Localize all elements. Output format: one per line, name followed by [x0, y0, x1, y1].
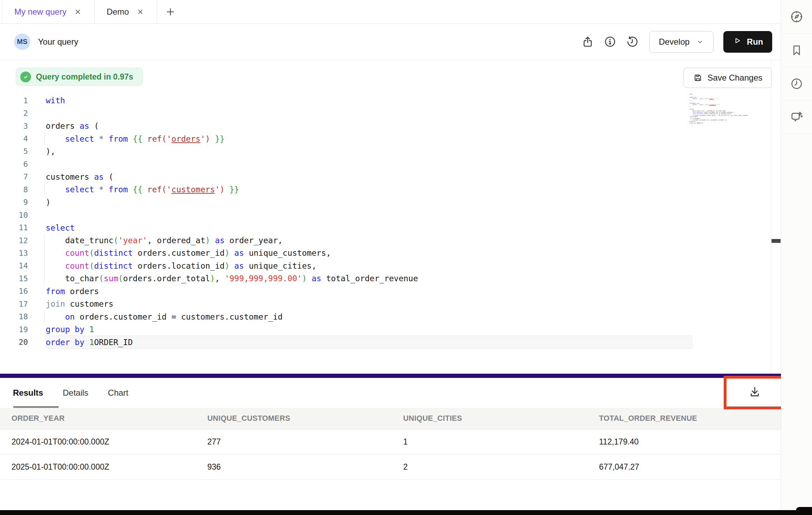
code-line-6[interactable]: 6 — [0, 158, 771, 170]
code-line-text[interactable]: on orders.customer_id = customers.custom… — [46, 310, 693, 323]
save-changes-button[interactable]: Save Changes — [684, 68, 772, 88]
line-number: 13 — [0, 249, 28, 258]
code-line-15[interactable]: 15 to_char(sum(orders.order_total), '999… — [0, 272, 771, 285]
code-line-4[interactable]: 4 select * from {{ ref('orders') }} — [0, 132, 771, 145]
code-line-text[interactable]: count(distinct orders.customer_id) as un… — [46, 247, 693, 259]
column-header-unique-customers: UNIQUE_CUSTOMERS — [196, 414, 392, 423]
code-line-17[interactable]: 17join customers — [0, 298, 771, 310]
ref-link-orders[interactable]: orders — [171, 134, 200, 143]
code-line-20[interactable]: 20order by 1ORDER_ID — [0, 336, 771, 348]
download-icon — [748, 385, 762, 400]
line-number: 3 — [0, 122, 28, 130]
tab-my-new-query[interactable]: My new query — [2, 0, 95, 23]
highlight-annotation — [724, 376, 785, 409]
code-line-11[interactable]: 11select — [0, 221, 771, 234]
code-line-text[interactable]: select * from {{ ref('orders') }} — [46, 132, 693, 145]
code-line-text[interactable]: with — [46, 94, 693, 107]
line-number: 6 — [0, 160, 28, 169]
run-button[interactable]: Run — [723, 31, 772, 53]
avatar: MS — [14, 33, 30, 50]
panel-splitter[interactable] — [0, 374, 781, 378]
code-line-text[interactable]: from orders — [46, 285, 693, 298]
sidebar-item-compass[interactable] — [781, 0, 812, 33]
code-line-10[interactable]: 10 — [0, 209, 771, 221]
line-number: 15 — [0, 274, 28, 283]
code-line-12[interactable]: 12 date_trunc('year', ordered_at) as ord… — [0, 234, 771, 247]
code-line-text[interactable]: customers as ( — [46, 171, 693, 183]
query-header: MS Your query Develop Run — [0, 24, 781, 60]
tab-details[interactable]: Details — [63, 388, 88, 398]
code-line-text[interactable] — [46, 107, 693, 119]
ref-link-customers[interactable]: customers — [171, 185, 215, 194]
code-line-9[interactable]: 9) — [0, 196, 771, 209]
tab-label: My new query — [14, 7, 66, 17]
new-tab-button[interactable] — [157, 0, 184, 23]
code-line-18[interactable]: 18 on orders.customer_id = customers.cus… — [0, 310, 771, 323]
develop-button[interactable]: Develop — [649, 31, 714, 53]
sidebar-item-bookmark[interactable] — [781, 33, 812, 67]
bookmark-icon — [790, 44, 803, 57]
column-header-total-order-revenue: TOTAL_ORDER_REVENUE — [588, 414, 783, 423]
table-cell: 2024-01-01T00:00:00.000Z — [0, 437, 196, 447]
code-line-text[interactable]: select * from {{ ref('customers') }} — [46, 183, 693, 196]
share-icon[interactable] — [581, 35, 594, 48]
code-line-text[interactable] — [46, 158, 693, 170]
table-cell: 677,047.27 — [588, 462, 783, 472]
save-icon — [693, 73, 703, 83]
code-line-text[interactable]: ), — [46, 145, 693, 158]
code-line-2[interactable]: 2 — [0, 107, 771, 119]
code-line-16[interactable]: 16from orders — [0, 285, 771, 298]
download-results-button[interactable] — [726, 379, 783, 406]
code-line-3[interactable]: 3orders as ( — [0, 120, 771, 132]
code-line-1[interactable]: 1with — [0, 94, 771, 107]
main-panel: My new queryDemo MS Your query Develop R… — [0, 0, 781, 515]
results-table-header: ORDER_YEARUNIQUE_CUSTOMERSUNIQUE_CITIEST… — [0, 408, 781, 430]
table-cell: 277 — [196, 437, 392, 447]
compass-icon — [790, 10, 804, 24]
code-line-19[interactable]: 19group by 1 — [0, 323, 771, 336]
play-icon — [732, 36, 742, 47]
code-line-text[interactable]: join customers — [46, 298, 693, 310]
tab-demo[interactable]: Demo — [95, 0, 157, 23]
code-line-8[interactable]: 8 select * from {{ ref('customers') }} — [0, 183, 771, 196]
code-line-text[interactable]: count(distinct orders.location_id) as un… — [46, 260, 693, 272]
sidebar-item-chat-sparkles[interactable] — [781, 100, 812, 134]
code-line-13[interactable]: 13 count(distinct orders.customer_id) as… — [0, 247, 771, 259]
code-area[interactable]: 1with23orders as (4 select * from {{ ref… — [0, 94, 771, 349]
history-icon[interactable] — [626, 35, 639, 48]
code-line-text[interactable]: date_trunc('year', ordered_at) as order_… — [46, 234, 693, 247]
line-number: 8 — [0, 185, 28, 194]
code-line-text[interactable]: orders as ( — [46, 120, 693, 132]
code-line-text[interactable]: order by 1ORDER_ID — [46, 336, 693, 348]
code-line-text[interactable]: group by 1 — [46, 323, 693, 336]
code-line-text[interactable]: select — [46, 221, 693, 234]
code-line-14[interactable]: 14 count(distinct orders.location_id) as… — [0, 260, 771, 272]
column-header-order-year: ORDER_YEAR — [0, 414, 196, 423]
code-line-7[interactable]: 7customers as ( — [0, 171, 771, 183]
editor-minimap[interactable]: with orders as ( select * from {{ ref('o… — [689, 94, 749, 128]
code-line-5[interactable]: 5), — [0, 145, 771, 158]
chevron-down-icon — [696, 38, 704, 46]
line-number: 7 — [0, 172, 28, 181]
sidebar-item-clock[interactable] — [781, 67, 812, 100]
tab-chart[interactable]: Chart — [108, 388, 128, 398]
close-icon[interactable] — [136, 7, 145, 16]
code-line-text[interactable]: to_char(sum(orders.order_total), '999,99… — [46, 272, 693, 285]
table-row: 2025-01-01T00:00:00.000Z9362677,047.27 — [0, 455, 781, 480]
scrollbar-handle[interactable] — [772, 239, 781, 243]
tab-results[interactable]: Results — [13, 388, 43, 398]
line-number: 10 — [0, 211, 28, 219]
code-line-text[interactable]: ) — [46, 196, 693, 209]
save-changes-label: Save Changes — [708, 73, 762, 83]
line-number: 16 — [0, 287, 28, 296]
close-icon[interactable] — [73, 7, 82, 16]
table-row: 2024-01-01T00:00:00.000Z2771112,179.40 — [0, 430, 781, 455]
results-table-body: 2024-01-01T00:00:00.000Z2771112,179.4020… — [0, 430, 781, 480]
page-title: Your query — [38, 37, 78, 47]
check-circle-icon — [20, 72, 31, 82]
line-number: 1 — [0, 96, 28, 105]
info-icon[interactable] — [603, 35, 617, 48]
sql-editor[interactable]: Query completed in 0.97s Save Changes 1w… — [0, 60, 781, 374]
bottom-bar-corner — [796, 507, 812, 510]
code-line-text[interactable] — [46, 209, 693, 221]
